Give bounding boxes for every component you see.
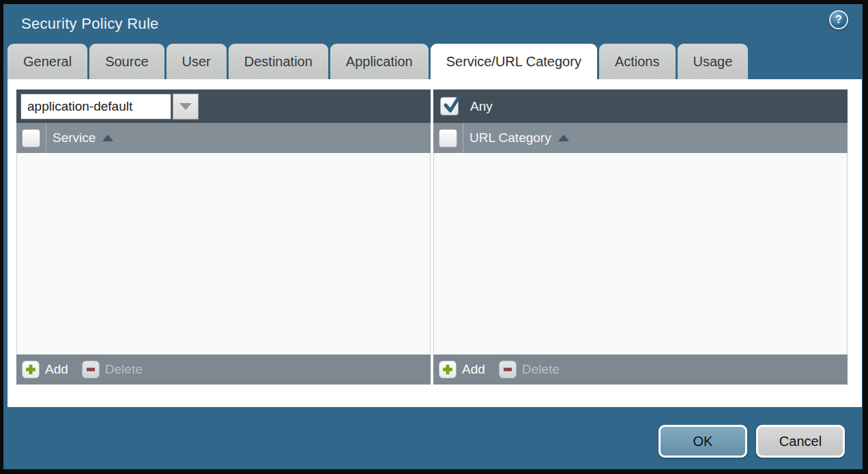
service-delete-label: Delete [105,362,143,377]
tab-content: Service Add Delete [8,79,862,407]
tab-actions[interactable]: Actions [599,44,676,79]
url-category-add-button[interactable]: Add [439,361,485,378]
dialog-title: Security Policy Rule [21,15,159,33]
url-category-delete-button[interactable]: Delete [499,361,560,378]
service-panel-footer: Add Delete [16,354,431,385]
service-select-all-cell [16,123,46,153]
url-category-column-header-row: URL Category [433,123,848,153]
service-type-combobox [20,94,199,120]
url-category-column-label[interactable]: URL Category [469,130,551,145]
service-column-label[interactable]: Service [53,130,96,145]
service-column-header-row: Service [16,123,431,153]
service-panel: Service Add Delete [16,89,431,385]
tab-general[interactable]: General [8,44,87,79]
url-category-add-label: Add [462,362,485,377]
dialog-action-bar: OK Cancel [659,425,845,458]
url-category-panel-footer: Add Delete [433,354,848,385]
screen: Security Policy Rule ? General Source Us… [0,0,868,474]
url-category-list[interactable] [433,153,848,354]
url-category-delete-label: Delete [522,362,560,377]
sort-asc-icon [558,135,569,141]
service-select-all-checkbox[interactable] [22,129,40,148]
tab-destination[interactable]: Destination [229,44,328,79]
service-add-label: Add [45,362,68,377]
tab-usage[interactable]: Usage [678,44,749,79]
minus-icon [499,361,517,378]
url-category-panel-header: Any [433,89,848,123]
service-add-button[interactable]: Add [22,361,68,378]
cancel-button[interactable]: Cancel [756,425,845,458]
security-policy-rule-dialog: Security Policy Rule ? General Source Us… [3,4,863,469]
tab-source[interactable]: Source [89,44,164,79]
help-icon[interactable]: ? [829,10,848,29]
url-category-select-all-cell [433,123,463,153]
title-bar: Security Policy Rule ? [3,4,863,44]
service-type-input[interactable] [20,94,171,120]
service-type-dropdown-button[interactable] [173,94,199,120]
plus-icon [439,361,457,378]
url-category-any-label[interactable]: Any [470,99,493,114]
service-delete-button[interactable]: Delete [82,361,143,378]
ok-button[interactable]: OK [659,425,747,458]
tab-bar: General Source User Destination Applicat… [3,44,863,79]
minus-icon [82,361,100,378]
sort-asc-icon [102,135,113,141]
tab-application[interactable]: Application [330,44,429,79]
service-list[interactable] [16,153,431,354]
url-category-panel: Any URL Category Add [433,89,848,385]
url-category-select-all-checkbox[interactable] [439,129,457,148]
tab-user[interactable]: User [167,44,227,79]
plus-icon [22,361,40,378]
tab-service-url-category[interactable]: Service/URL Category [431,44,597,79]
chevron-down-icon [179,103,192,110]
url-category-any-checkbox[interactable] [440,97,459,115]
service-panel-header [16,89,431,123]
checkmark-icon [441,95,461,118]
